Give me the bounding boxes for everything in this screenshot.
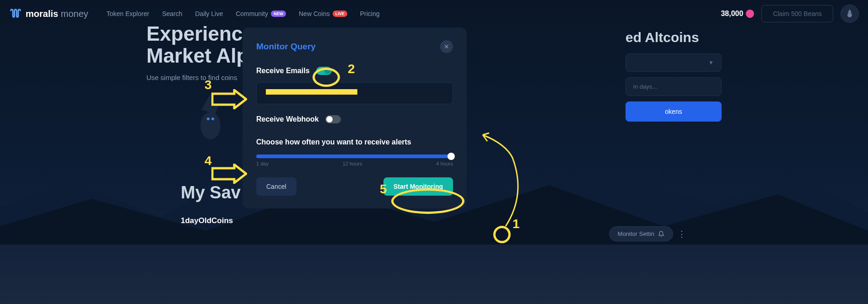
header-right: 38,000 Claim 500 Beans	[721, 5, 859, 23]
slider-tick-mid: 12 hours	[343, 161, 362, 166]
nav-token-explorer[interactable]: Token Explorer	[107, 10, 149, 17]
nav-new-coins-label: New Coins	[299, 10, 330, 17]
side-input[interactable]: in days...	[625, 77, 722, 96]
svg-point-0	[847, 13, 852, 17]
receive-emails-toggle[interactable]	[316, 67, 332, 75]
chevron-down-icon: ▼	[708, 59, 714, 66]
modal-header: Monitor Query ✕	[256, 40, 453, 53]
bean-count-value: 38,000	[721, 10, 743, 18]
logo-text: moralis money	[26, 9, 88, 19]
nav-pricing[interactable]: Pricing	[360, 10, 380, 17]
wizard-illustration	[192, 91, 229, 146]
slider-tick-left: 1 day	[256, 161, 269, 166]
side-select[interactable]: ▼	[625, 53, 722, 72]
logo[interactable]: moralis money	[9, 7, 88, 20]
monitor-settings-button[interactable]: Monitor Settin	[609, 226, 673, 241]
close-icon: ✕	[444, 43, 449, 50]
bell-icon	[658, 231, 664, 237]
saved-section: My Sav 1dayOldCoins	[181, 183, 241, 225]
receive-emails-label: Receive Emails	[256, 67, 310, 75]
saved-item[interactable]: 1dayOldCoins	[181, 216, 241, 225]
cancel-button[interactable]: Cancel	[256, 177, 297, 196]
receive-webhook-toggle[interactable]	[325, 115, 341, 123]
receive-webhook-row: Receive Webhook	[256, 115, 453, 123]
modal-title: Monitor Query	[256, 42, 316, 52]
monitor-query-modal: Monitor Query ✕ Receive Emails Receive W…	[243, 27, 467, 208]
nav-daily-live[interactable]: Daily Live	[195, 10, 223, 17]
avatar-icon	[844, 8, 855, 19]
email-input[interactable]	[256, 82, 453, 104]
monitor-settings-row: Monitor Settin ⋮	[609, 226, 685, 241]
saved-title: My Sav	[181, 183, 241, 203]
redacted-email	[266, 89, 357, 95]
claim-beans-button[interactable]: Claim 500 Beans	[761, 5, 833, 22]
monitor-settings-label: Monitor Settin	[618, 230, 654, 237]
nav-new-coins[interactable]: New Coins LIVE	[299, 10, 347, 17]
more-icon[interactable]: ⋮	[678, 229, 685, 239]
slider-ticks: 1 day 12 hours 4 hours	[256, 161, 453, 166]
bean-icon	[745, 8, 755, 19]
side-button[interactable]: okens	[625, 101, 722, 122]
alert-frequency-slider[interactable]	[256, 155, 453, 158]
receive-webhook-label: Receive Webhook	[256, 115, 319, 123]
toggle-knob	[324, 68, 331, 74]
live-badge: LIVE	[333, 11, 347, 17]
toggle-knob	[326, 116, 333, 123]
logo-icon	[9, 7, 22, 20]
slider-tick-right: 4 hours	[436, 161, 453, 166]
svg-point-1	[200, 112, 221, 139]
nav: Token Explorer Search Daily Live Communi…	[107, 10, 380, 17]
svg-point-3	[211, 117, 214, 120]
receive-emails-row: Receive Emails	[256, 67, 453, 75]
alert-frequency-label: Choose how often you want to receive ale…	[256, 138, 453, 146]
side-panel-title: ed Altcoins	[625, 30, 722, 45]
modal-footer: Cancel Start Monitoring	[256, 177, 453, 196]
close-button[interactable]: ✕	[440, 40, 453, 53]
avatar[interactable]	[841, 5, 859, 23]
new-badge: NEW	[271, 11, 286, 17]
bean-count: 38,000	[721, 10, 754, 18]
nav-search[interactable]: Search	[162, 10, 182, 17]
header: moralis money Token Explorer Search Dail…	[0, 0, 868, 27]
svg-point-2	[207, 117, 210, 120]
side-panel: ed Altcoins ▼ in days... okens	[625, 30, 722, 122]
nav-community[interactable]: Community NEW	[236, 10, 286, 17]
slider-thumb[interactable]	[447, 153, 455, 160]
nav-community-label: Community	[236, 10, 268, 17]
start-monitoring-button[interactable]: Start Monitoring	[383, 177, 453, 196]
